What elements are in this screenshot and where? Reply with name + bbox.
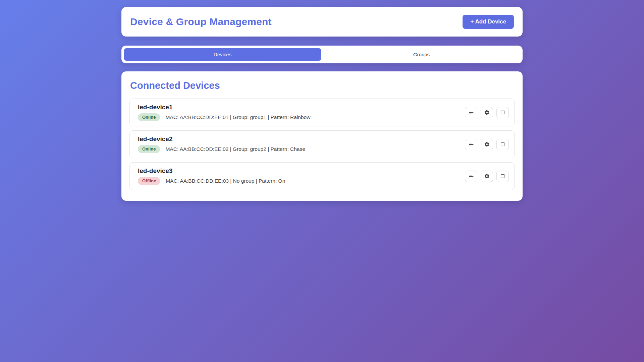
device-meta-row: Online MAC: AA:BB:CC:DD:EE:01 | Group: g… — [138, 113, 310, 121]
page-background: Device & Group Management + Add Device D… — [121, 0, 523, 201]
device-info: led-device2 Online MAC: AA:BB:CC:DD:EE:0… — [138, 135, 305, 153]
stop-button[interactable] — [496, 139, 509, 150]
page-title: Device & Group Management — [130, 16, 272, 27]
gear-icon — [484, 141, 490, 147]
stop-square-icon — [500, 110, 505, 115]
device-row: led-device3 Offline MAC: AA:BB:CC:DD:EE:… — [129, 162, 515, 190]
device-meta: MAC: AA:BB:CC:DD:EE:01 | Group: group1 |… — [165, 114, 310, 120]
stop-square-icon — [500, 173, 505, 179]
device-name: led-device3 — [138, 167, 285, 175]
tab-bar: Devices Groups — [121, 46, 523, 63]
flashlight-button[interactable] — [465, 139, 477, 150]
device-meta: MAC: AA:BB:CC:DD:EE:02 | Group: group2 |… — [165, 146, 305, 152]
settings-button[interactable] — [481, 171, 493, 182]
device-row: led-device1 Online MAC: AA:BB:CC:DD:EE:0… — [129, 99, 515, 126]
section-heading: Connected Devices — [129, 80, 515, 91]
device-name: led-device1 — [138, 104, 310, 111]
flashlight-icon — [468, 110, 474, 116]
add-device-button[interactable]: + Add Device — [463, 15, 514, 29]
tab-groups[interactable]: Groups — [323, 48, 520, 61]
gear-icon — [484, 173, 490, 179]
device-meta: MAC: AA:BB:CC:DD:EE:03 | No group | Patt… — [166, 178, 285, 184]
device-actions — [465, 139, 509, 150]
device-name: led-device2 — [138, 135, 305, 143]
status-badge: Online — [138, 145, 160, 153]
device-meta-row: Online MAC: AA:BB:CC:DD:EE:02 | Group: g… — [138, 145, 305, 153]
flashlight-button[interactable] — [465, 107, 477, 118]
status-badge: Online — [138, 113, 160, 121]
settings-button[interactable] — [481, 139, 493, 150]
device-info: led-device3 Offline MAC: AA:BB:CC:DD:EE:… — [138, 167, 285, 185]
device-list: led-device1 Online MAC: AA:BB:CC:DD:EE:0… — [129, 99, 515, 190]
status-badge: Offline — [138, 177, 160, 185]
device-meta-row: Offline MAC: AA:BB:CC:DD:EE:03 | No grou… — [138, 177, 285, 185]
device-row: led-device2 Online MAC: AA:BB:CC:DD:EE:0… — [129, 130, 515, 158]
stop-square-icon — [500, 141, 505, 147]
device-info: led-device1 Online MAC: AA:BB:CC:DD:EE:0… — [138, 104, 310, 121]
gear-icon — [484, 110, 490, 115]
stop-button[interactable] — [496, 107, 509, 118]
device-actions — [465, 107, 509, 118]
tab-devices[interactable]: Devices — [124, 48, 321, 61]
stop-button[interactable] — [496, 171, 509, 182]
flashlight-button[interactable] — [465, 171, 477, 182]
connected-devices-card: Connected Devices led-device1 Online MAC… — [121, 71, 523, 201]
flashlight-icon — [468, 141, 474, 147]
settings-button[interactable] — [481, 107, 493, 118]
header-card: Device & Group Management + Add Device — [121, 7, 523, 37]
flashlight-icon — [468, 173, 474, 179]
device-actions — [465, 171, 509, 182]
